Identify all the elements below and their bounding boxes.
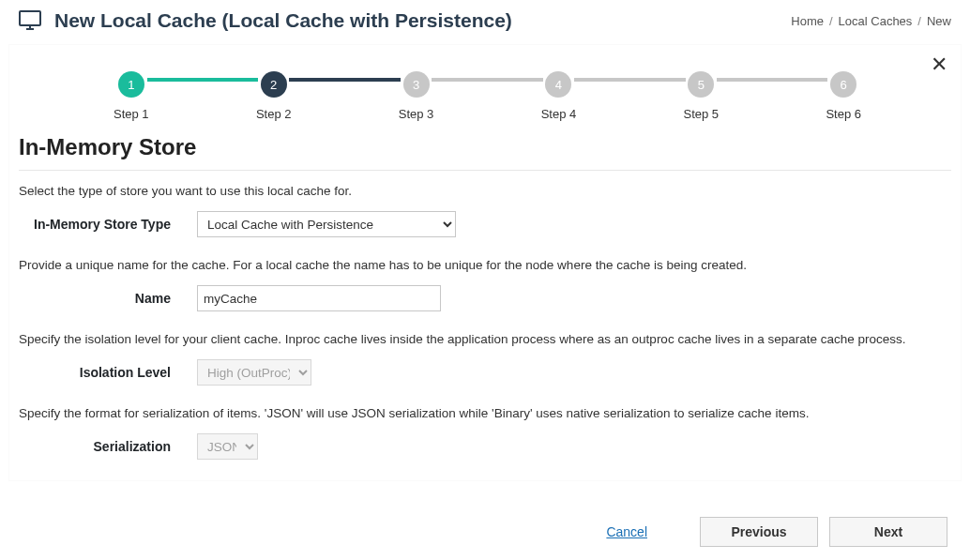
serialization-select: JSON (197, 433, 258, 460)
page-title: New Local Cache (Local Cache with Persis… (54, 9, 512, 32)
name-label: Name (21, 291, 171, 306)
step-6-circle: 6 (830, 71, 856, 98)
step-2-label: Step 2 (256, 107, 292, 121)
step-1-label: Step 1 (114, 107, 149, 121)
step-2[interactable]: 2 Step 2 (256, 71, 292, 121)
step-connector (147, 78, 258, 82)
step-4-circle: 4 (545, 71, 571, 98)
wizard-stepper: 1 Step 1 2 Step 2 3 Step 3 4 Step 4 5 St… (15, 54, 955, 127)
step-1-circle: 1 (118, 71, 144, 98)
step-4[interactable]: 4 Step 4 (541, 71, 577, 121)
step-3-label: Step 3 (399, 107, 434, 121)
breadcrumb: Home / Local Caches / New (791, 14, 951, 28)
step-5-label: Step 5 (684, 107, 720, 121)
serialization-label: Serialization (21, 439, 171, 454)
breadcrumb-home[interactable]: Home (791, 14, 824, 28)
svg-rect-0 (20, 11, 40, 25)
step-5[interactable]: 5 Step 5 (684, 71, 720, 121)
step-3-circle: 3 (403, 71, 430, 98)
breadcrumb-local-caches[interactable]: Local Caches (839, 14, 913, 28)
serialization-help: Specify the format for serialization of … (15, 406, 955, 433)
breadcrumb-separator: / (917, 14, 921, 28)
divider (19, 170, 951, 171)
step-connector (574, 78, 685, 82)
breadcrumb-new: New (927, 14, 951, 28)
breadcrumb-separator: / (829, 14, 833, 28)
name-help: Provide a unique name for the cache. For… (15, 258, 955, 285)
step-3[interactable]: 3 Step 3 (399, 71, 434, 121)
isolation-help: Specify the isolation level for your cli… (15, 332, 955, 359)
store-type-label: In-Memory Store Type (21, 217, 171, 232)
step-connector (289, 78, 400, 82)
cancel-link[interactable]: Cancel (606, 524, 647, 539)
store-type-help: Select the type of store you want to use… (15, 184, 955, 211)
next-button[interactable]: Next (829, 517, 947, 547)
step-1[interactable]: 1 Step 1 (114, 71, 149, 121)
step-5-circle: 5 (688, 71, 714, 98)
name-input[interactable] (197, 285, 441, 311)
step-connector (717, 78, 827, 82)
isolation-select: High (OutProc) (197, 359, 311, 386)
isolation-label: Isolation Level (21, 365, 171, 380)
previous-button[interactable]: Previous (700, 517, 818, 547)
section-title: In-Memory Store (15, 127, 955, 170)
store-type-select[interactable]: Local Cache with Persistence (197, 211, 456, 237)
step-connector (432, 78, 542, 82)
step-4-label: Step 4 (541, 107, 577, 121)
monitor-icon (19, 10, 41, 31)
step-6[interactable]: 6 Step 6 (826, 71, 861, 121)
step-6-label: Step 6 (826, 107, 861, 121)
step-2-circle: 2 (261, 71, 287, 98)
